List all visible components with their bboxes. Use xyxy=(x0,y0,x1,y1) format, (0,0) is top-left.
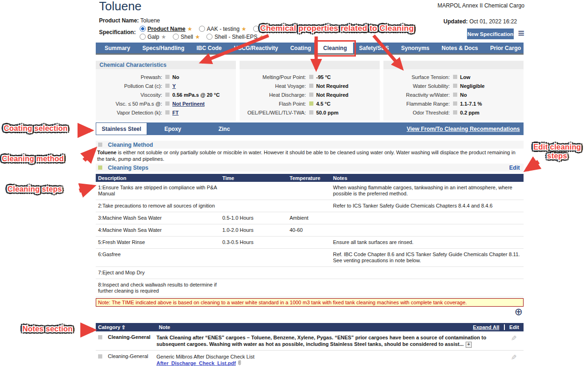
section-square-icon xyxy=(98,165,102,170)
step-notes xyxy=(331,224,524,237)
chem-value: 1.1-7.1 % xyxy=(460,101,482,107)
cleaning-method-lead: Toluene xyxy=(97,150,116,155)
tab-uscg-reactivity[interactable]: USCG/Reactivity xyxy=(228,43,284,53)
tab-coating[interactable]: Coating xyxy=(284,43,317,53)
chem-label: Flash Point: xyxy=(240,101,308,107)
arrow-edit-steps xyxy=(527,162,538,170)
status-square-icon xyxy=(165,93,170,97)
section-square-icon xyxy=(98,143,102,147)
chem-value-link[interactable]: Not Pertinent xyxy=(172,101,205,107)
updated-label: Updated: xyxy=(444,18,468,25)
step-notes: Ref. IBC Code Chapter 8.6 and ICS Tanker… xyxy=(331,249,524,267)
status-square-icon xyxy=(309,101,313,106)
edit-pencil-icon[interactable]: ✎ xyxy=(511,353,517,362)
spec-radio-aak-testing[interactable]: AAK - testing ★ xyxy=(199,26,247,32)
coating-tab-stainless-steel[interactable]: Stainless Steel xyxy=(96,122,147,135)
status-square-icon xyxy=(453,110,457,115)
radio-icon[interactable] xyxy=(140,34,146,40)
expand-all-link[interactable]: Expand All xyxy=(473,324,504,330)
status-square-icon xyxy=(453,93,457,97)
spec-radio-galp[interactable]: Galp ★ xyxy=(140,34,166,40)
chem-label: OEL/PEL/WEL/TLV-TWA: xyxy=(240,110,308,115)
step-temperature xyxy=(287,267,331,279)
spec-radio-shell[interactable]: Shell ★ xyxy=(173,34,200,40)
status-square-icon xyxy=(309,84,313,88)
main-nav: Summary Specs/Handling IBC Code USCG/Rea… xyxy=(96,43,524,55)
steps-header-row: Description Time Temperature Notes xyxy=(96,174,524,182)
expand-note-icon[interactable]: + xyxy=(466,342,472,348)
spec-radio-shell-eps[interactable]: Shell - Shell-EPS ★ xyxy=(206,34,264,40)
tab-summary[interactable]: Summary xyxy=(99,43,136,53)
chem-panel-header xyxy=(240,61,380,69)
tab-safety-sds[interactable]: Safety/SDS xyxy=(353,43,395,53)
updated-value: Oct 01, 2022 16:22 xyxy=(469,18,517,25)
step-time xyxy=(220,267,287,279)
cleaning-method-body: is either not soluble or only partially … xyxy=(97,150,516,162)
radio-icon[interactable] xyxy=(206,34,213,40)
product-name-line: Product Name: Toluene xyxy=(99,17,160,24)
step-temperature: Ambient xyxy=(287,212,331,224)
view-cleaning-recommendations-link[interactable]: View From/To Cleaning Recommendations xyxy=(407,122,524,135)
edit-pencil-icon[interactable]: ✎ xyxy=(511,334,517,343)
chem-value-link[interactable]: FT xyxy=(172,110,178,115)
tab-notes-docs[interactable]: Notes & Docs xyxy=(436,43,484,53)
radio-icon[interactable] xyxy=(199,26,205,32)
chem-value: 0.56 mPa.s @ 20 °C xyxy=(172,92,220,98)
notes-category-header[interactable]: Category ⇧ xyxy=(96,324,159,330)
note-edit-cell: ✎ xyxy=(504,353,524,366)
pdf-attachment-link[interactable]: After_Discharge_Check_List.pdf xyxy=(156,360,236,366)
chem-value: Not Required xyxy=(316,83,348,89)
chem-value: 50.0 ppm xyxy=(316,110,339,115)
step-row: 1:Ensure Tanks are stripped in complianc… xyxy=(96,182,524,200)
chemical-characteristics: Chemical Characteristics Prewash:No Poll… xyxy=(96,61,524,121)
tab-synonyms[interactable]: Synonyms xyxy=(395,43,436,53)
coating-tab-zinc[interactable]: Zinc xyxy=(198,122,250,135)
notes-table: Category ⇧ Note Expand All Edit Cleaning… xyxy=(96,323,524,366)
tab-cleaning[interactable]: Cleaning xyxy=(317,43,353,53)
radio-icon[interactable] xyxy=(253,26,259,32)
sort-up-icon: ⇧ xyxy=(121,324,126,330)
product-name-value: Toluene xyxy=(140,17,160,24)
paperclip-icon xyxy=(237,360,242,366)
category-square-icon xyxy=(98,354,102,359)
edit-cleaning-steps-link[interactable]: Edit xyxy=(509,165,520,171)
status-square-icon xyxy=(309,110,313,115)
star-icon: ★ xyxy=(195,35,200,39)
new-specification-button[interactable]: New Specification xyxy=(467,29,514,39)
chem-label: Vapor Detection (k): xyxy=(96,110,164,115)
tab-ibc-code[interactable]: IBC Code xyxy=(191,43,228,53)
step-time xyxy=(220,249,287,267)
updated-line: Updated: Oct 01, 2022 16:22 xyxy=(444,18,517,25)
notes-table-header: Category ⇧ Note Expand All Edit xyxy=(96,323,524,331)
chem-label: Reactivity w/Water: xyxy=(383,92,452,98)
note-row: Cleaning-General Tank Cleaning after “EN… xyxy=(96,331,524,351)
product-name-label: Product Name: xyxy=(99,17,139,24)
coating-tab-epoxy[interactable]: Epoxy xyxy=(147,122,198,135)
add-note-icon[interactable]: ⊕ xyxy=(514,307,523,316)
chem-label: Odor Threshold: xyxy=(383,110,452,115)
tab-prior-cargo[interactable]: Prior Cargo xyxy=(484,43,527,53)
star-icon: ★ xyxy=(161,35,166,39)
menu-icon[interactable]: ≡ xyxy=(518,28,524,39)
chem-label: Heat Voyage: xyxy=(240,83,308,89)
step-description: 1:Ensure Tanks are stripped in complianc… xyxy=(96,182,220,200)
step-row: 8:Inspect and check wallwash results to … xyxy=(96,279,524,297)
annotation-edit-cleaning-steps: Edit cleaning steps xyxy=(528,143,587,160)
specification-label: Specification: xyxy=(99,29,136,41)
radio-icon[interactable] xyxy=(140,26,146,32)
chem-label: Pollution Cat (c): xyxy=(96,83,164,89)
cleaning-method-title: Cleaning Method xyxy=(108,142,153,148)
radio-icon[interactable] xyxy=(173,34,179,40)
step-row: 7:Eject and Mop Dry xyxy=(96,267,524,279)
step-description: 6:Gasfree xyxy=(96,249,220,267)
step-row: 2:Take precautions to remove all sources… xyxy=(96,200,524,212)
chem-value: 0.2 ppm xyxy=(460,110,480,115)
chem-value: 4.5 °C xyxy=(316,101,331,107)
star-icon: ★ xyxy=(241,27,247,31)
chem-value-link[interactable]: Y xyxy=(172,83,176,89)
cleaning-steps-table: Description Time Temperature Notes 1:Ens… xyxy=(96,174,524,297)
tab-specs-handling[interactable]: Specs/Handling xyxy=(136,43,191,53)
step-description: 3:Machine Wash Sea Water xyxy=(96,212,220,224)
chem-label: Viscosity: xyxy=(96,92,164,98)
spec-radio-product-name[interactable]: Product Name ★ xyxy=(140,26,192,32)
